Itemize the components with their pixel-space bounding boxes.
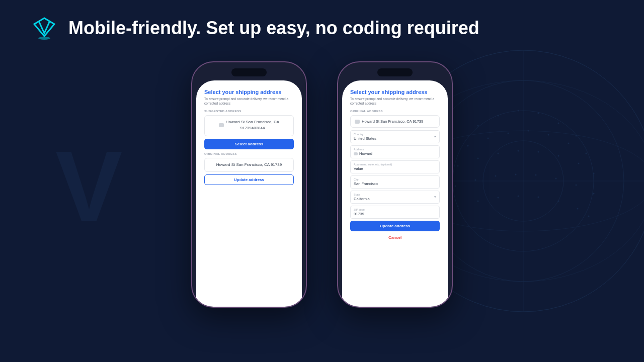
svg-point-47: [38, 37, 50, 40]
address-field[interactable]: Address Howard: [350, 145, 440, 158]
right-screen-subtitle: To ensure prompt and accurate delivery, …: [350, 97, 440, 106]
state-chevron-icon: ▾: [434, 195, 436, 199]
city-field[interactable]: City San Francisco: [350, 175, 440, 189]
apt-value: Value: [354, 166, 436, 171]
phone-screen-left: Select your shipping address To ensure p…: [196, 80, 302, 308]
select-address-button[interactable]: Select address: [204, 139, 294, 149]
zip-field[interactable]: ZIP code 91739: [350, 206, 440, 219]
header-title: Mobile-friendly. Set up easy, no coding …: [68, 17, 479, 39]
country-label: Country: [354, 133, 376, 136]
address-label: Address: [354, 148, 436, 151]
original-address-text-left: Howard St San Francisco, CA 91739: [209, 162, 289, 168]
dynamic-island-right: [377, 68, 413, 76]
zip-label: ZIP code: [354, 208, 436, 211]
original-label-left: ORIGINAL ADDRESS: [204, 152, 294, 155]
address-field-icon: [354, 152, 358, 155]
right-screen-title: Select your shipping address: [350, 88, 440, 96]
phone-screen-right: Select your shipping address To ensure p…: [342, 80, 448, 308]
header: Mobile-friendly. Set up easy, no coding …: [0, 0, 644, 56]
address-value: Howard: [354, 151, 436, 156]
country-field[interactable]: Country United States ▾: [350, 130, 440, 143]
address-icon-right: [355, 120, 360, 124]
update-address-button-right[interactable]: Update address: [350, 221, 440, 231]
suggested-address-text: Howard St San Francisco, CA 91739403844: [226, 119, 279, 131]
original-address-card-right: Howard St San Francisco, CA 91739: [350, 115, 440, 128]
left-screen-subtitle: To ensure prompt and accurate delivery, …: [204, 97, 294, 106]
update-address-button-left[interactable]: Update address: [204, 174, 294, 185]
phone-right: Select your shipping address To ensure p…: [337, 61, 453, 308]
cancel-button[interactable]: Cancel: [350, 233, 440, 242]
country-chevron-icon: ▾: [434, 135, 436, 139]
state-value: California: [354, 197, 370, 201]
phone-left: Select your shipping address To ensure p…: [191, 61, 307, 308]
country-value: United States: [354, 136, 376, 141]
suggested-address-card: Howard St San Francisco, CA 91739403844: [204, 115, 294, 136]
suggested-label: SUGGESTED ADDRESS: [204, 110, 294, 113]
original-address-card-left: Howard St San Francisco, CA 91739: [204, 158, 294, 172]
apt-label: Apartment, suite, etc. (optional): [354, 163, 436, 166]
original-label-right: ORIGINAL ADDRESS: [350, 110, 440, 113]
state-field[interactable]: State California ▾: [350, 191, 440, 204]
apt-field[interactable]: Apartment, suite, etc. (optional) Value: [350, 160, 440, 173]
zip-value: 91739: [354, 212, 436, 216]
state-label: State: [354, 193, 370, 196]
logo-icon: [30, 14, 58, 42]
main-content: Select your shipping address To ensure p…: [0, 56, 644, 308]
city-value: San Francisco: [354, 182, 436, 186]
left-screen-title: Select your shipping address: [204, 88, 294, 96]
address-icon: [219, 123, 224, 127]
original-address-text-right: Howard St San Francisco, CA 91739: [362, 119, 423, 124]
city-label: City: [354, 178, 436, 181]
dynamic-island-left: [231, 68, 267, 76]
